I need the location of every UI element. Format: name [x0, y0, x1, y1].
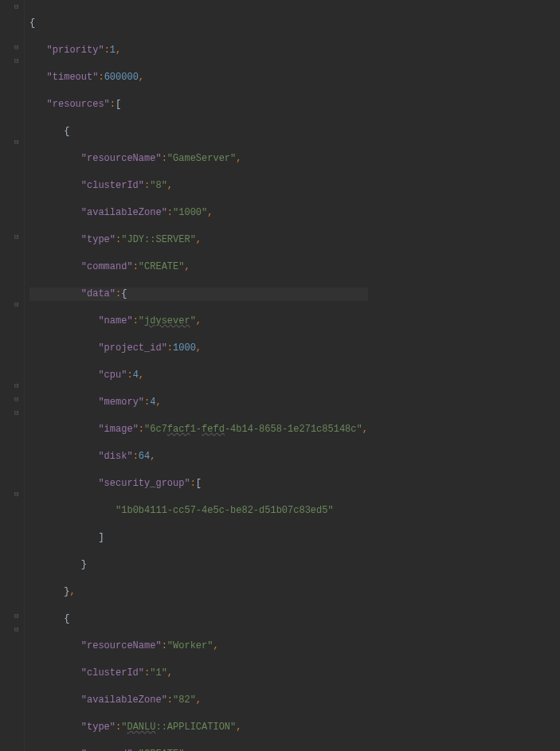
code-line[interactable]: ]	[29, 531, 368, 545]
fold-icon[interactable]: ⊟	[14, 627, 22, 634]
code-line[interactable]: "resourceName":"GameServer",	[29, 152, 368, 166]
code-area[interactable]: { "priority":1, "timeout":600000, "resou…	[25, 0, 368, 751]
code-line[interactable]: {	[29, 17, 368, 30]
fold-icon[interactable]: ⊟	[14, 4, 22, 11]
fold-icon[interactable]: ⊟	[14, 234, 22, 241]
code-line[interactable]: {	[29, 612, 368, 626]
fold-icon[interactable]: ⊟	[14, 139, 22, 147]
fold-icon[interactable]: ⊟	[14, 491, 22, 499]
code-line[interactable]: "timeout":600000,	[29, 71, 368, 84]
code-line[interactable]: "type":"JDY::SERVER",	[29, 233, 368, 247]
gutter: ⊟ ⊟ ⊟ ⊟ ⊟ ⊟ ⊟ ⊟ ⊟ ⊟ ⊟ ⊟	[0, 0, 25, 751]
fold-icon[interactable]: ⊟	[14, 302, 22, 309]
code-line[interactable]: "resourceName":"Worker",	[29, 640, 368, 653]
code-line[interactable]: "command":"CREATE",	[29, 748, 368, 751]
code-line[interactable]: "data":{	[29, 287, 368, 301]
code-line[interactable]: "memory":4,	[29, 396, 368, 409]
code-line[interactable]: "image":"6c7facf1-fefd-4b14-8658-1e271c8…	[29, 423, 368, 436]
code-line[interactable]: "cpu":4,	[29, 369, 368, 382]
code-line[interactable]: "availableZone":"82",	[29, 694, 368, 707]
code-line[interactable]: "name":"jdysever",	[29, 315, 368, 328]
code-line[interactable]: }	[29, 558, 368, 572]
code-editor[interactable]: ⊟ ⊟ ⊟ ⊟ ⊟ ⊟ ⊟ ⊟ ⊟ ⊟ ⊟ ⊟ { "priority":1, …	[0, 0, 560, 751]
fold-icon[interactable]: ⊟	[14, 397, 22, 404]
code-line[interactable]: "resources":[	[29, 98, 368, 111]
fold-icon[interactable]: ⊟	[14, 58, 22, 65]
code-line[interactable]: "command":"CREATE",	[29, 260, 368, 274]
code-line[interactable]: "availableZone":"1000",	[29, 206, 368, 220]
fold-icon[interactable]: ⊟	[14, 383, 22, 390]
code-line[interactable]: "type":"DANLU::APPLICATION",	[29, 721, 368, 734]
code-line[interactable]: "1b0b4111-cc57-4e5c-be82-d51b07c83ed5"	[29, 504, 368, 518]
code-line[interactable]: "clusterId":"8",	[29, 179, 368, 193]
code-line[interactable]: "project_id":1000,	[29, 342, 368, 355]
fold-icon[interactable]: ⊟	[14, 410, 22, 417]
code-line[interactable]: "security_group":[	[29, 477, 368, 491]
code-line[interactable]: },	[29, 585, 368, 599]
fold-icon[interactable]: ⊟	[14, 613, 22, 620]
code-line[interactable]: "clusterId":"1",	[29, 667, 368, 680]
code-line[interactable]: "priority":1,	[29, 44, 368, 57]
code-line[interactable]: "disk":64,	[29, 450, 368, 464]
code-line[interactable]: {	[29, 125, 368, 139]
fold-icon[interactable]: ⊟	[14, 45, 22, 52]
